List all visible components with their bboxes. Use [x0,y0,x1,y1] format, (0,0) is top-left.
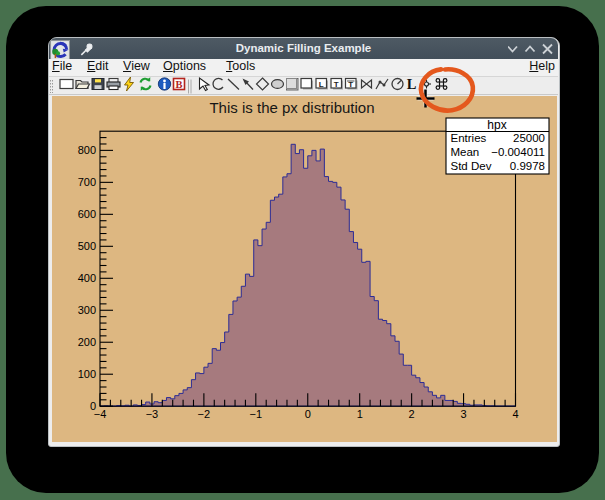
svg-text:hpx: hpx [487,117,506,131]
svg-text:−4: −4 [93,408,106,420]
svg-text:Mean: Mean [450,146,479,158]
svg-text:0.9978: 0.9978 [509,160,544,172]
svg-text:−2: −2 [197,408,210,420]
svg-text:3: 3 [460,408,466,420]
svg-text:B: B [175,79,182,90]
svg-text:800: 800 [77,144,95,156]
svg-text:0: 0 [304,408,310,420]
svg-text:100: 100 [77,368,95,380]
svg-text:1: 1 [356,408,362,420]
svg-text:300: 300 [77,304,95,316]
svg-text:200: 200 [77,336,95,348]
svg-text:T: T [334,80,339,89]
svg-text:−0.004011: −0.004011 [491,146,545,158]
svg-text:400: 400 [77,272,95,284]
svg-text:700: 700 [77,176,95,188]
svg-text:−1: −1 [249,408,262,420]
svg-text:Std Dev: Std Dev [450,160,491,172]
svg-text:Entries: Entries [450,131,486,143]
svg-text:This is the px distribution: This is the px distribution [209,99,374,116]
svg-text:500: 500 [77,240,95,252]
svg-text:600: 600 [77,208,95,220]
svg-text:2: 2 [408,408,414,420]
svg-text:−3: −3 [145,408,158,420]
svg-text:L: L [407,76,417,92]
svg-text:4: 4 [512,408,518,420]
svg-text:25000: 25000 [513,131,545,143]
svg-text:L: L [319,80,324,89]
